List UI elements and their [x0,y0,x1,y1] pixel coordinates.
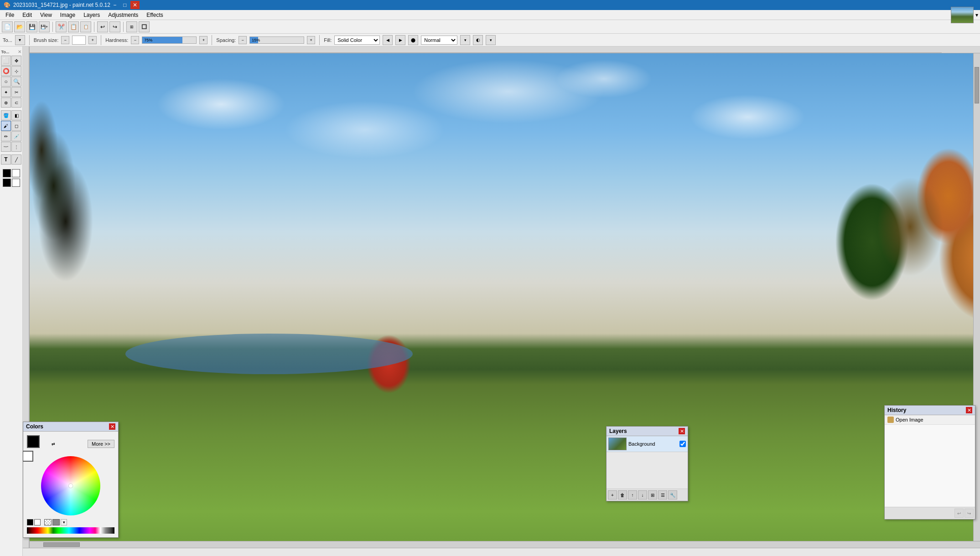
colors-close-button[interactable]: ✕ [109,423,115,430]
tool-eraser[interactable]: ◻ [11,121,21,131]
tool-smudge[interactable]: 〰 [1,142,11,152]
redo-button[interactable]: ↪ [109,21,120,32]
fill-option-3[interactable]: ⬤ [408,35,418,45]
hardness-slider[interactable]: 75% [142,36,197,44]
thumbnail-arrow[interactable]: ▾ [975,12,978,18]
fill-select[interactable]: Solid Color Gradient Pattern [334,36,380,45]
copy-button[interactable]: 📋 [68,21,79,32]
layer-item[interactable]: Background [607,436,688,452]
tool-ellipse[interactable]: ○ [1,77,11,87]
history-panel-title[interactable]: History ✕ [885,406,975,415]
mode-option[interactable]: ▾ [460,35,470,45]
tool-text[interactable]: T [1,154,11,165]
tool-something[interactable]: ⊂ [11,98,21,108]
hardness-increase[interactable]: + [199,36,207,44]
toolbox: To... ✕ ⬜ ✥ ⭕ ⊹ ○ 🔍 ✦ ✂ ⊕ ⊂ 🪣 ◧ 🖌 [0,46,23,556]
close-window-button[interactable]: ✕ [130,1,140,9]
tool-clone-stamp[interactable]: ⊕ [1,98,11,108]
minimize-button[interactable]: − [110,1,119,9]
menu-view[interactable]: View [36,11,56,19]
menu-effects[interactable]: Effects [143,11,166,19]
swap-colors-icon[interactable]: ⇄ [52,442,55,446]
blend-mode-select[interactable]: Normal Multiply Screen Overlay [421,36,457,45]
resize-button[interactable]: 🔲 [139,21,150,32]
primary-color-swatch[interactable] [27,435,40,448]
spacing-decrease[interactable]: − [239,36,247,44]
menu-adjustments[interactable]: Adjustments [104,11,142,19]
layer-up-button[interactable]: ↑ [628,490,637,499]
layer-down-button[interactable]: ↓ [638,490,647,499]
brush-size-decrease[interactable]: − [61,36,69,44]
opacity-btn[interactable]: ◐ [473,35,483,45]
h-scrollbar[interactable] [30,541,980,548]
layer-flatten-button[interactable]: ☰ [658,490,667,499]
toolbox-foreground[interactable] [3,179,11,187]
toolbox-primary-color[interactable] [3,169,11,177]
maximize-button[interactable]: □ [120,1,130,9]
tool-move[interactable]: ✥ [11,56,21,66]
canvas-area[interactable]: Colors ✕ ⇄ More >> [23,46,980,556]
colors-panel-title[interactable]: Colors ✕ [23,422,118,432]
crop-button[interactable]: ⊞ [126,21,137,32]
white-swatch[interactable] [34,519,41,525]
paste-button[interactable]: 📋 [80,21,91,32]
transparency-swatch[interactable] [44,519,52,525]
tool-crop[interactable]: ✂ [11,87,21,97]
save-button[interactable]: 💾 [26,21,37,32]
history-undo-button[interactable]: ↩ [954,509,964,518]
tool-rectangle-select[interactable]: ⬜ [1,56,11,66]
tool-selector[interactable]: ▾ [15,35,25,45]
history-redo-button[interactable]: ↪ [964,509,974,518]
opacity-arrow[interactable]: ▾ [486,35,496,45]
layer-merge-button[interactable]: ⊞ [648,490,657,499]
hardness-decrease[interactable]: − [131,36,139,44]
layer-properties-button[interactable]: 🔧 [668,490,677,499]
new-button[interactable]: 📄 [2,21,13,32]
layer-add-button[interactable]: + [608,490,617,499]
tool-zoom[interactable]: 🔍 [11,77,21,87]
spacing-slider[interactable]: 15% [249,36,304,44]
tool-color-picker2[interactable]: 💉 [11,131,21,141]
brush-size-increase[interactable]: + [88,36,97,44]
toolbox-background[interactable] [12,179,20,187]
open-button[interactable]: 📂 [14,21,25,32]
color-extra-btn[interactable] [52,519,60,525]
layers-panel-title[interactable]: Layers ✕ [607,427,688,436]
tool-color-picker[interactable]: ◧ [11,110,21,120]
color-options-arrow[interactable]: ▾ [61,519,67,525]
save-as-button[interactable]: 💾+ [39,21,50,32]
history-item[interactable]: Open Image [885,415,975,425]
fill-option-1[interactable]: ◀ [383,35,393,45]
toolbox-close[interactable]: ✕ [18,49,21,54]
undo-button[interactable]: ↩ [97,21,108,32]
fill-option-2[interactable]: ▶ [395,35,405,45]
history-close-button[interactable]: ✕ [966,407,972,413]
palette-strip[interactable] [27,527,114,534]
secondary-color-swatch[interactable] [23,451,33,462]
menu-file[interactable]: File [2,11,18,19]
canvas-image[interactable] [30,53,980,556]
black-swatch[interactable] [27,519,33,525]
brush-size-input[interactable]: 2 [72,36,86,45]
v-scrollbar-thumb[interactable] [975,67,979,103]
tool-line[interactable]: ╱ [11,154,21,165]
cut-button[interactable]: ✂️ [56,21,67,32]
color-wheel[interactable] [41,456,100,515]
tool-paintbrush[interactable]: 🖌 [1,121,11,131]
tool-move2[interactable]: ⊹ [11,66,21,76]
menu-image[interactable]: Image [57,11,79,19]
h-scrollbar-thumb[interactable] [43,542,80,547]
tool-pencil[interactable]: ✏ [1,131,11,141]
toolbox-secondary-color[interactable] [12,169,20,177]
spacing-increase[interactable]: + [307,36,315,44]
tool-paint-bucket[interactable]: 🪣 [1,110,11,120]
tool-recolor[interactable]: ⋮ [11,142,21,152]
layers-close-button[interactable]: ✕ [679,428,685,434]
tool-magic-wand[interactable]: ✦ [1,87,11,97]
layer-delete-button[interactable]: 🗑 [618,490,627,499]
more-colors-button[interactable]: More >> [88,440,114,448]
layer-visibility-checkbox[interactable] [679,441,686,447]
menu-edit[interactable]: Edit [19,11,36,19]
tool-lasso[interactable]: ⭕ [1,66,11,76]
menu-layers[interactable]: Layers [80,11,104,19]
